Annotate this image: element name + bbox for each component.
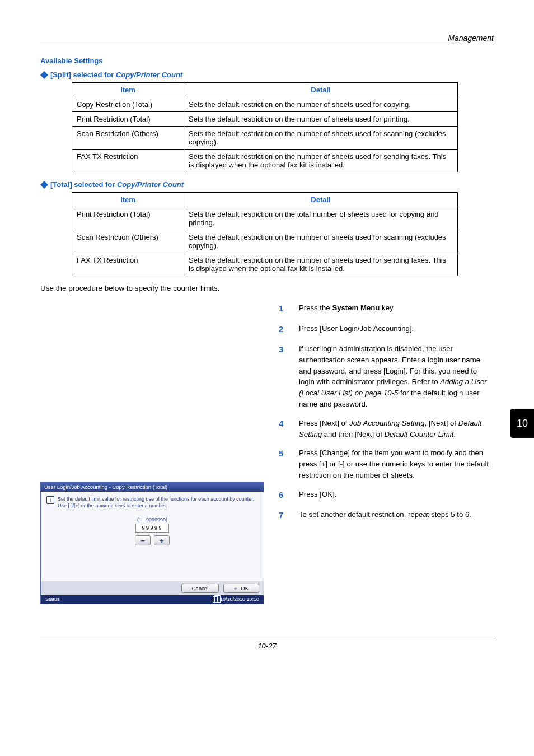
step-4: 4 Press [Next] of Job Accounting Setting… (279, 418, 494, 440)
cell-item: Scan Restriction (Others) (72, 127, 184, 150)
dialog-title: User Login/Job Accounting - Copy Restric… (41, 482, 264, 492)
cancel-label: Cancel (192, 585, 209, 591)
dialog-info-line1: Set the default limit value for restrict… (58, 496, 254, 502)
step-number: 3 (279, 343, 289, 410)
plus-button[interactable]: + (154, 535, 170, 545)
dialog-copy-restriction: User Login/Job Accounting - Copy Restric… (40, 482, 264, 604)
step-body: If user login administration is disabled… (299, 343, 494, 410)
step-number: 1 (279, 302, 289, 315)
cell-detail: Sets the default restriction on the numb… (184, 97, 458, 112)
cell-detail: Sets the default restriction on the tota… (184, 207, 458, 230)
enter-icon: ↵ (234, 586, 238, 591)
instruction-list: 1 Press the System Menu key. 2 Press [Us… (279, 302, 494, 522)
status-label[interactable]: Status (45, 596, 60, 603)
cell-item: FAX TX Restriction (72, 150, 184, 172)
table-row: FAX TX RestrictionSets the default restr… (72, 150, 458, 172)
table-row: FAX TX RestrictionSets the default restr… (72, 253, 458, 276)
copy-icon (213, 596, 218, 603)
split-table: Item Detail Copy Restriction (Total)Sets… (72, 82, 458, 172)
cell-item: Print Restriction (Total) (72, 112, 184, 127)
th-item: Item (72, 193, 184, 207)
cell-item: Scan Restriction (Others) (72, 230, 184, 253)
footer-rule (40, 638, 494, 638)
total-prefix: [Total] selected for (50, 180, 117, 189)
th-detail: Detail (184, 83, 458, 97)
total-table: Item Detail Print Restriction (Total)Set… (72, 192, 458, 276)
split-prefix: [Split] selected for (50, 71, 116, 79)
step-body: Press [Change] for the item you want to … (299, 447, 494, 480)
step-number: 5 (279, 447, 289, 480)
step-number: 4 (279, 418, 289, 440)
split-ital: Copy/Printer Count (116, 71, 182, 79)
total-subheading: [Total] selected for Copy/Printer Count (40, 180, 494, 189)
step-body: Press the System Menu key. (299, 302, 494, 315)
dialog-info-line2: Use [-]/[+] or the numeric keys to enter… (58, 503, 167, 508)
split-subheading: [Split] selected for Copy/Printer Count (40, 71, 494, 79)
step-body: Press [OK]. (299, 489, 494, 502)
minus-button[interactable]: − (135, 535, 151, 545)
counter-value[interactable]: 99999 (135, 524, 168, 533)
cell-detail: Sets the default restriction on the numb… (184, 253, 458, 276)
step-3: 3 If user login administration is disabl… (279, 343, 494, 410)
split-sub-text: [Split] selected for Copy/Printer Count (50, 71, 182, 79)
dialog-info-text: Set the default limit value for restrict… (58, 496, 254, 509)
step-body: Press [Next] of Job Accounting Setting, … (299, 418, 494, 440)
step-7: 7 To set another default restriction, re… (279, 509, 494, 522)
chapter-header: Management (40, 34, 494, 44)
diamond-bullet-icon (40, 71, 48, 78)
table-row: Scan Restriction (Others)Sets the defaul… (72, 230, 458, 253)
info-icon: i (46, 496, 54, 504)
dialog-info: i Set the default limit value for restri… (46, 496, 258, 509)
value-range: (1 - 9999999) (46, 517, 258, 522)
step-body: Press [User Login/Job Accounting]. (299, 323, 494, 336)
step-6: 6 Press [OK]. (279, 489, 494, 502)
table-row: Copy Restriction (Total)Sets the default… (72, 97, 458, 112)
step-number: 2 (279, 323, 289, 336)
available-settings-heading: Available Settings (40, 57, 494, 65)
status-timestamp: 10/10/2010 10:10 (220, 596, 259, 602)
ok-label: OK (241, 585, 249, 591)
table-row: Print Restriction (Total)Sets the defaul… (72, 112, 458, 127)
table-row: Print Restriction (Total)Sets the defaul… (72, 207, 458, 230)
cancel-button[interactable]: Cancel (181, 584, 219, 593)
diamond-bullet-icon (40, 180, 48, 188)
ok-button[interactable]: ↵ OK (223, 584, 259, 593)
total-sub-text: [Total] selected for Copy/Printer Count (50, 180, 184, 189)
cell-item: Print Restriction (Total) (72, 207, 184, 230)
step-5: 5 Press [Change] for the item you want t… (279, 447, 494, 480)
cell-detail: Sets the default restriction on the numb… (184, 230, 458, 253)
th-detail: Detail (184, 193, 458, 207)
status-right: 10/10/2010 10:10 (213, 596, 259, 603)
cell-detail: Sets the default restriction on the numb… (184, 112, 458, 127)
step-2: 2 Press [User Login/Job Accounting]. (279, 323, 494, 336)
step-1: 1 Press the System Menu key. (279, 302, 494, 315)
dialog-footer: Cancel ↵ OK (41, 581, 264, 595)
step-body: To set another default restriction, repe… (299, 509, 494, 522)
cell-detail: Sets the default restriction on the numb… (184, 127, 458, 150)
total-ital: Copy/Printer Count (117, 180, 184, 189)
page-number: 10-27 (40, 642, 494, 650)
step-number: 6 (279, 489, 289, 502)
th-item: Item (72, 83, 184, 97)
cell-detail: Sets the default restriction on the numb… (184, 150, 458, 172)
cell-item: Copy Restriction (Total) (72, 97, 184, 112)
table-row: Scan Restriction (Others)Sets the defaul… (72, 127, 458, 150)
step-number: 7 (279, 509, 289, 522)
cell-item: FAX TX Restriction (72, 253, 184, 276)
intro-text: Use the procedure below to specify the c… (40, 284, 494, 292)
chapter-tab: 10 (510, 409, 534, 438)
dialog-status-bar: Status 10/10/2010 10:10 (41, 595, 264, 604)
